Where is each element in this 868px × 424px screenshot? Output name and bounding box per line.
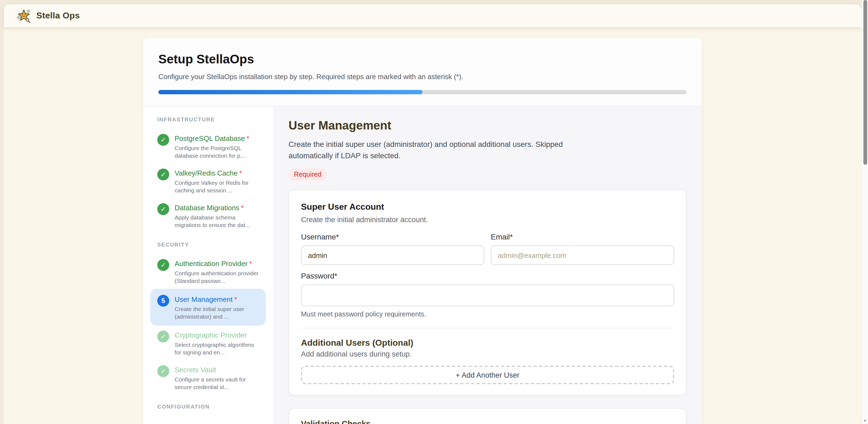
required-asterisk: *	[239, 169, 242, 177]
validation-checks-card: Validation Checks exists Check passed	[288, 408, 687, 424]
step-completed-check-icon: ✓	[157, 330, 169, 343]
password-label: Password*	[301, 271, 674, 280]
step-completed-check-icon: ✓	[157, 134, 169, 146]
brand-name: Stella Ops	[36, 11, 80, 21]
sidebar-item-valkey-redis-cache[interactable]: ✓ Valkey/Redis Cache* Configure Valkey o…	[150, 164, 266, 198]
wizard-title: Setup StellaOps	[158, 52, 687, 67]
top-navbar: Stella Ops	[4, 4, 861, 27]
email-input[interactable]	[491, 246, 674, 265]
scrollbar-thumb[interactable]	[863, 0, 867, 165]
step-description: Apply database schema migrations to ensu…	[175, 214, 261, 229]
step-completed-check-icon: ✓	[157, 168, 169, 181]
scrollbar-down-arrow-icon[interactable]: ▾	[862, 418, 868, 423]
email-field-group: Email*	[491, 232, 674, 265]
page-description: Create the initial super user (administr…	[288, 139, 579, 161]
setup-progress-bar	[158, 90, 687, 94]
section-label-security: SECURITY	[157, 242, 266, 248]
sidebar-item-postgresql-database[interactable]: ✓ PostgreSQL Database* Configure the Pos…	[150, 129, 266, 164]
stella-ops-logo-icon	[16, 8, 31, 23]
setup-wizard-container: Setup StellaOps Configure your StellaOps…	[143, 38, 702, 424]
required-asterisk: *	[247, 134, 249, 142]
card-title: Super User Account	[301, 202, 674, 212]
step-description: Configure the PostgreSQL database connec…	[175, 144, 261, 159]
required-asterisk: *	[234, 295, 237, 303]
step-title: Secrets Vault	[175, 366, 261, 374]
step-title: User Management*	[175, 295, 261, 303]
step-title: Valkey/Redis Cache*	[175, 169, 261, 177]
section-label-infrastructure: INFRASTRUCTURE	[157, 117, 266, 123]
sidebar-item-secrets-vault[interactable]: ✓ Secrets Vault Configure a secrets vaul…	[150, 360, 266, 395]
password-input[interactable]	[301, 285, 674, 306]
wizard-header: Setup StellaOps Configure your StellaOps…	[143, 38, 702, 107]
step-title: Authentication Provider*	[175, 260, 261, 268]
step-completed-check-icon: ✓	[157, 365, 169, 377]
additional-users-subtitle: Add additional users during setup.	[301, 350, 674, 358]
super-user-card: Super User Account Create the initial ad…	[288, 190, 687, 396]
sidebar-item-authentication-provider[interactable]: ✓ Authentication Provider* Configure aut…	[150, 254, 266, 289]
progress-fill	[158, 90, 423, 94]
wizard-body: INFRASTRUCTURE ✓ PostgreSQL Database* Co…	[143, 107, 702, 424]
add-another-user-button[interactable]: + Add Another User	[301, 366, 674, 384]
card-divider	[301, 328, 674, 328]
required-badge: Required	[288, 168, 327, 181]
step-description: Create the initial super user (administr…	[175, 305, 261, 320]
step-title: PostgreSQL Database*	[175, 134, 261, 142]
page-title: User Management	[288, 119, 687, 133]
app-window: Stella Ops Setup StellaOps Configure you…	[0, 0, 868, 424]
step-completed-check-icon: ✓	[157, 203, 169, 215]
password-field-group: Password*	[301, 271, 674, 306]
sidebar-item-database-migrations[interactable]: ✓ Database Migrations* Apply database sc…	[150, 198, 266, 233]
step-description: Configure Valkey or Redis for caching an…	[175, 179, 261, 194]
email-label: Email*	[491, 232, 674, 241]
step-content: User Management Create the initial super…	[273, 107, 702, 424]
wizard-subtitle: Configure your StellaOps installation st…	[158, 73, 687, 81]
step-completed-check-icon: ✓	[157, 259, 169, 271]
card-subtitle: Create the initial administrator account…	[301, 216, 674, 224]
password-helper-text: Must meet password policy requirements.	[301, 311, 674, 318]
sidebar-item-user-management-active[interactable]: 5 User Management* Create the initial su…	[150, 289, 266, 326]
step-title: Database Migrations*	[175, 204, 261, 212]
username-label: Username*	[301, 232, 484, 241]
vertical-scrollbar[interactable]: ▾	[861, 0, 868, 424]
step-description: Configure authentication provider (Stand…	[175, 269, 261, 285]
step-description: Configure a secrets vault for secure cre…	[175, 376, 261, 391]
step-description: Select cryptographic algorithms for sign…	[175, 341, 261, 356]
step-number-badge: 5	[157, 295, 169, 307]
required-asterisk: *	[249, 260, 252, 268]
step-title: Cryptographic Provider	[175, 331, 261, 339]
validation-checks-title: Validation Checks	[301, 419, 674, 424]
sidebar-item-cryptographic-provider[interactable]: ✓ Cryptographic Provider Select cryptogr…	[150, 326, 266, 360]
steps-sidebar: INFRASTRUCTURE ✓ PostgreSQL Database* Co…	[143, 107, 273, 424]
section-label-configuration: CONFIGURATION	[157, 404, 266, 410]
additional-users-title: Additional Users (Optional)	[301, 338, 674, 348]
required-asterisk: *	[241, 204, 244, 212]
username-input[interactable]	[301, 246, 484, 265]
username-field-group: Username*	[301, 232, 484, 265]
